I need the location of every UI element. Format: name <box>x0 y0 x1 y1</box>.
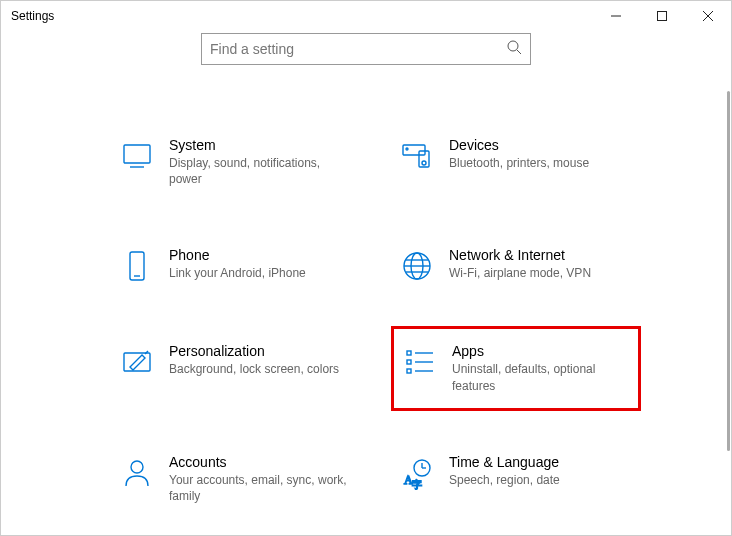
tile-time[interactable]: A 字 Time & Language Speech, region, date <box>391 448 641 510</box>
globe-icon <box>397 247 437 283</box>
maximize-button[interactable] <box>639 1 685 31</box>
tile-apps[interactable]: Apps Uninstall, defaults, optional featu… <box>391 326 641 410</box>
tile-desc: Background, lock screen, colors <box>169 361 339 377</box>
svg-rect-6 <box>124 145 150 163</box>
svg-point-4 <box>508 41 518 51</box>
svg-rect-1 <box>658 12 667 21</box>
tile-devices[interactable]: Devices Bluetooth, printers, mouse <box>391 131 641 193</box>
svg-text:字: 字 <box>412 479 422 490</box>
tile-phone[interactable]: Phone Link your Android, iPhone <box>111 241 361 289</box>
svg-point-26 <box>131 461 143 473</box>
tile-title: Personalization <box>169 343 339 359</box>
search-box[interactable] <box>201 33 531 65</box>
phone-icon <box>117 247 157 283</box>
paintbrush-icon <box>117 343 157 379</box>
search-icon <box>507 40 522 59</box>
devices-icon <box>397 137 437 173</box>
svg-rect-19 <box>124 353 150 371</box>
minimize-button[interactable] <box>593 1 639 31</box>
svg-line-5 <box>517 50 521 54</box>
svg-point-11 <box>422 161 426 165</box>
tile-system[interactable]: System Display, sound, notifications, po… <box>111 131 361 193</box>
system-icon <box>117 137 157 173</box>
search-row <box>1 33 731 65</box>
tile-accounts[interactable]: Accounts Your accounts, email, sync, wor… <box>111 448 361 510</box>
svg-rect-20 <box>407 351 411 355</box>
svg-rect-22 <box>407 360 411 364</box>
tile-desc: Wi-Fi, airplane mode, VPN <box>449 265 591 281</box>
tile-title: Phone <box>169 247 306 263</box>
tile-personalization[interactable]: Personalization Background, lock screen,… <box>111 337 361 399</box>
tile-desc: Display, sound, notifications, power <box>169 155 353 187</box>
accounts-icon <box>117 454 157 490</box>
titlebar: Settings <box>1 1 731 31</box>
settings-grid: System Display, sound, notifications, po… <box>111 131 719 510</box>
tile-desc: Speech, region, date <box>449 472 560 488</box>
tile-desc: Bluetooth, printers, mouse <box>449 155 589 171</box>
window-title: Settings <box>11 9 54 23</box>
tile-title: Time & Language <box>449 454 560 470</box>
tile-title: System <box>169 137 353 153</box>
svg-point-9 <box>406 148 408 150</box>
scrollbar-thumb[interactable] <box>727 91 730 451</box>
settings-main: System Display, sound, notifications, po… <box>1 91 719 531</box>
tile-title: Accounts <box>169 454 353 470</box>
close-button[interactable] <box>685 1 731 31</box>
apps-icon <box>400 343 440 379</box>
tile-title: Apps <box>452 343 630 359</box>
scrollbar[interactable] <box>722 91 730 531</box>
time-language-icon: A 字 <box>397 454 437 490</box>
tile-desc: Uninstall, defaults, optional features <box>452 361 630 393</box>
tile-title: Network & Internet <box>449 247 591 263</box>
svg-rect-24 <box>407 369 411 373</box>
tile-desc: Link your Android, iPhone <box>169 265 306 281</box>
search-input[interactable] <box>210 41 490 57</box>
tile-desc: Your accounts, email, sync, work, family <box>169 472 353 504</box>
tile-network[interactable]: Network & Internet Wi-Fi, airplane mode,… <box>391 241 641 289</box>
window-controls <box>593 1 731 31</box>
tile-title: Devices <box>449 137 589 153</box>
